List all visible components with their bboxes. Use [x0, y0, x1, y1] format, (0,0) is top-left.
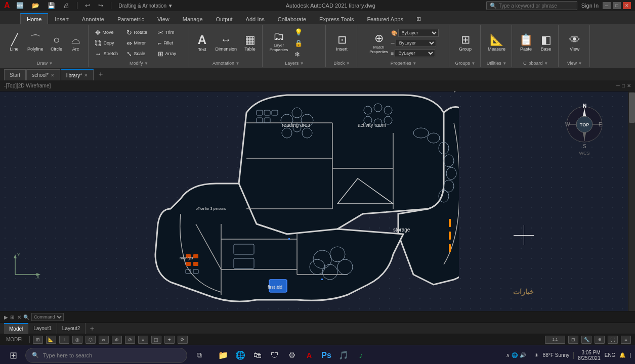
group-button[interactable]: ⊞ Group [456, 29, 475, 57]
start-button[interactable]: ⊞ [4, 346, 22, 365]
table-button[interactable]: ▦ Table [241, 29, 259, 57]
minimize-vp-button[interactable]: ─ [616, 83, 620, 88]
new-layout-button[interactable]: ＋ [86, 323, 99, 334]
layer-off-button[interactable]: 🔒 [292, 38, 322, 48]
doc-tab-school[interactable]: school* ✕ [26, 69, 60, 80]
osnap-button[interactable]: ⬡ [86, 336, 96, 344]
qa-workspace[interactable]: Drafting & Annotation ▼ [117, 3, 175, 9]
tab-express[interactable]: Express Tools [313, 13, 360, 24]
tray-chevron[interactable]: ∧ [506, 352, 510, 358]
signin-button[interactable]: Sign In [581, 3, 599, 9]
command-select[interactable]: Command [31, 313, 64, 321]
taskbar-app8[interactable]: ♪ [353, 348, 368, 363]
fullscreen-button[interactable]: ⛶ [608, 336, 618, 344]
taskbar-explorer[interactable]: 📁 [216, 348, 231, 363]
line-button[interactable]: ╱ Line [5, 29, 23, 57]
search-input[interactable] [499, 3, 570, 9]
tab-plus[interactable]: ⊞ [410, 13, 428, 24]
scroll-thumb[interactable] [629, 93, 635, 123]
close-school-tab[interactable]: ✕ [51, 73, 55, 78]
tab-featured[interactable]: Featured Apps [360, 13, 410, 24]
notifications-button[interactable]: 🔔 [619, 352, 625, 358]
vertical-scrollbar[interactable] [628, 92, 635, 311]
grid-button[interactable]: ⊞ [33, 336, 43, 344]
taskbar-security[interactable]: 🛡 [267, 348, 282, 363]
doc-tab-start[interactable]: Start [4, 69, 26, 80]
color-select[interactable]: ByLayer [398, 29, 439, 37]
rotate-button[interactable]: ↻Rotate [124, 27, 154, 37]
new-tab-button[interactable]: ＋ [94, 68, 107, 80]
annotation-scale[interactable]: 1:1 [545, 336, 565, 344]
stretch-button[interactable]: ↔Stretch [93, 49, 123, 59]
taskbar-store[interactable]: 🛍 [250, 348, 265, 363]
qa-redo[interactable]: ↪ [96, 2, 105, 10]
qa-undo[interactable]: ↩ [83, 2, 92, 10]
view-button[interactable]: 👁 View [566, 29, 584, 57]
measure-button[interactable]: 📐 Measure [485, 29, 509, 57]
array-button[interactable]: ⊞Array [155, 49, 186, 59]
insert-button[interactable]: ⊡ Insert [333, 29, 351, 57]
close-vp-button[interactable]: ✕ [627, 83, 631, 88]
taskbar-edge[interactable]: 🌐 [233, 348, 248, 363]
cad-canvas[interactable]: + A A reading area activity room storage… [0, 92, 635, 311]
match-properties-button[interactable]: ⊕ MatchProperties [369, 29, 389, 57]
tray-volume[interactable]: 🔊 [520, 352, 526, 358]
ribbon-search[interactable]: 🔍 [486, 1, 577, 10]
tab-view[interactable]: View [151, 13, 176, 24]
units-button[interactable]: ⊕ [595, 336, 605, 344]
layer-on-button[interactable]: 💡 [292, 27, 322, 37]
restore-vp-button[interactable]: □ [622, 83, 625, 88]
lineweight-button[interactable]: ≡ [138, 336, 148, 344]
close-button[interactable]: ✕ [623, 2, 631, 9]
layer-properties-button[interactable]: 🗂 LayerProperties [267, 27, 291, 55]
qa-print[interactable]: 🖨 [61, 2, 71, 10]
linetype-select[interactable]: ByLayer [396, 39, 436, 47]
viewport-label[interactable]: -[Top][2D Wireframe] [4, 83, 51, 88]
tray-network[interactable]: 🌐 [512, 352, 518, 358]
sel-filter-button[interactable]: ✦ [164, 336, 175, 344]
mirror-button[interactable]: ⇔Mirror [124, 38, 154, 48]
tab-output[interactable]: Output [209, 13, 239, 24]
polar-button[interactable]: ◎ [72, 336, 82, 344]
tab-manage[interactable]: Manage [176, 13, 209, 24]
dynin-button[interactable]: ⊘ [125, 336, 135, 344]
tab-annotate[interactable]: Annotate [75, 13, 111, 24]
taskbar-clock[interactable]: 3:05 PM 8/25/2021 [578, 350, 601, 361]
workspace-switch[interactable]: 🔧 [581, 336, 591, 344]
text-button[interactable]: A Text [193, 29, 211, 57]
paste-button[interactable]: 📋 Paste [516, 29, 536, 57]
gizmo-button[interactable]: ⟳ [178, 336, 188, 344]
minimize-button[interactable]: ─ [603, 2, 611, 9]
fillet-button[interactable]: ⌐Fillet [155, 38, 186, 48]
scale-button[interactable]: ⤡Scale [124, 49, 154, 59]
taskbar-autocad[interactable]: A [302, 348, 317, 363]
taskbar-photoshop[interactable]: Ps [319, 348, 334, 363]
arc-button[interactable]: ⌓ Arc [67, 29, 85, 57]
transparency-button[interactable]: ◫ [151, 336, 161, 344]
close-library-tab[interactable]: ✕ [84, 73, 88, 78]
base-button[interactable]: ◧ Base [537, 29, 555, 57]
model-tab[interactable]: Model [4, 323, 28, 334]
tab-home[interactable]: Home [20, 13, 48, 24]
ucs-button[interactable]: ⊕ [112, 336, 122, 344]
layout2-tab[interactable]: Layout2 [57, 323, 86, 334]
qa-save[interactable]: 💾 [46, 2, 57, 10]
circle-button[interactable]: ○ Circle [48, 29, 66, 57]
layout1-tab[interactable]: Layout1 [28, 323, 57, 334]
maximize-button[interactable]: □ [613, 2, 621, 9]
ortho-button[interactable]: ⊥ [59, 336, 69, 344]
move-button[interactable]: ✥Move [93, 27, 123, 37]
copy-button[interactable]: ⿻Copy [93, 38, 123, 48]
qa-new[interactable]: 🆕 [14, 2, 26, 10]
layer-freeze-button[interactable]: ❄ [292, 49, 322, 59]
taskbar-search[interactable]: 🔍 Type here to search [25, 348, 187, 363]
trim-button[interactable]: ✂Trim [155, 27, 186, 37]
snap-button[interactable]: 📐 [46, 336, 56, 344]
annotation-visibility[interactable]: ⊡ [568, 336, 578, 344]
lineweight-select[interactable]: ByLayer [395, 49, 435, 57]
language-indicator[interactable]: ENG [605, 352, 616, 358]
polyline-button[interactable]: ⌒ Polyline [24, 29, 47, 57]
show-desktop-button[interactable]: | [629, 352, 631, 358]
customize-button[interactable]: ≡ [621, 336, 631, 344]
tab-collaborate[interactable]: Collaborate [271, 13, 313, 24]
